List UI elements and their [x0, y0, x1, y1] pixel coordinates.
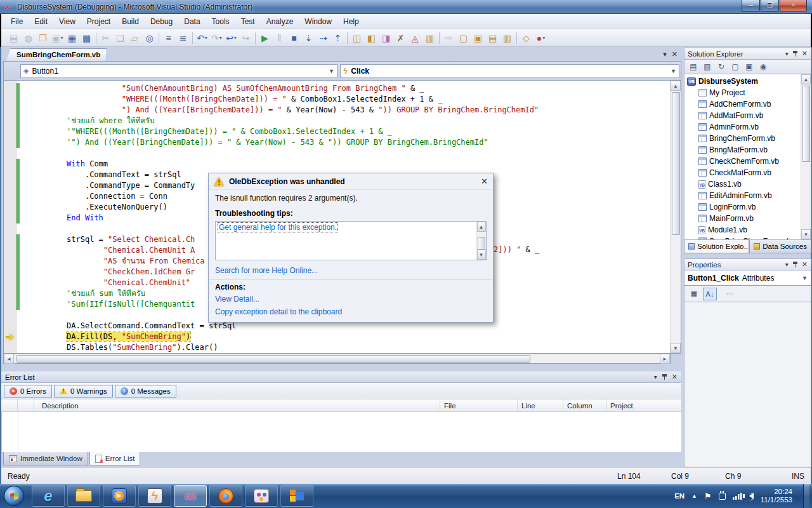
callstack-window-icon[interactable]: ▥: [500, 31, 514, 45]
view-detail-link[interactable]: View Detail...: [209, 293, 493, 305]
tree-root-project[interactable]: VBDisburseSystem: [684, 76, 811, 87]
tree-item-loginform-vb[interactable]: LoginForm.vb: [684, 201, 811, 213]
solution-explorer-icon[interactable]: ◧: [364, 31, 379, 45]
windows-explorer-icon[interactable]: [67, 485, 100, 507]
scrollbar-thumb[interactable]: [16, 355, 530, 363]
breakpoint-icon[interactable]: ●▾: [534, 31, 548, 45]
menu-edit[interactable]: Edit: [29, 15, 53, 28]
network-signal-icon[interactable]: [733, 493, 742, 500]
navigate-forward-icon[interactable]: ↪: [239, 31, 253, 45]
paste-icon[interactable]: ▱: [128, 31, 142, 45]
tree-item-adminform-vb[interactable]: AdminForm.vb: [684, 121, 811, 133]
scroll-down-icon[interactable]: ▼: [671, 343, 681, 353]
media-player-icon[interactable]: [103, 485, 136, 507]
breakpoints-window-icon[interactable]: ▢: [456, 31, 471, 45]
editor-horizontal-scrollbar[interactable]: ◄ ►: [3, 354, 671, 364]
dialog-close-icon[interactable]: ✕: [481, 177, 488, 186]
scroll-left-icon[interactable]: ◄: [4, 354, 14, 364]
redo-icon[interactable]: ↷▾: [209, 31, 224, 45]
copy-exception-link[interactable]: Copy exception detail to the clipboard: [209, 305, 493, 318]
tree-item-checkchemform-vb[interactable]: CheckChemForm.vb: [684, 156, 811, 167]
hidden-icons-chevron-icon[interactable]: ▲: [691, 493, 697, 499]
general-help-link[interactable]: Get general help for this exception.: [218, 223, 337, 232]
tree-item-addchemform-vb[interactable]: AddChemForm.vb: [684, 98, 811, 110]
scroll-up-icon[interactable]: ▲: [671, 81, 681, 91]
tree-item-mainform-vb[interactable]: MainForm.vb: [684, 213, 811, 224]
paint-icon[interactable]: [245, 485, 278, 507]
panel-menu-chevron-icon[interactable]: ▾: [785, 50, 789, 57]
find-symbol-icon[interactable]: ◫: [350, 31, 364, 45]
properties-window-icon[interactable]: ◨: [379, 31, 393, 45]
open-file-icon[interactable]: ❒: [36, 31, 50, 45]
start-button[interactable]: [4, 486, 24, 506]
scroll-up-icon[interactable]: ▲: [801, 74, 811, 84]
tree-item-addmatform-vb[interactable]: AddMatForm.vb: [684, 110, 811, 121]
pin-icon[interactable]: [793, 51, 797, 57]
tab-error-list[interactable]: Error List: [89, 452, 141, 465]
tree-item-checkmatform-vb[interactable]: CheckMatForm.vb: [684, 167, 811, 178]
tree-item-bringmatform-vb[interactable]: BringMatForm.vb: [684, 144, 811, 156]
close-button[interactable]: ×: [780, 0, 807, 12]
power-plug-icon[interactable]: [719, 493, 726, 500]
se-show-all-files-icon[interactable]: ▧: [701, 61, 714, 73]
close-document-icon[interactable]: ✕: [672, 50, 678, 58]
menu-build[interactable]: Build: [116, 15, 145, 28]
uncomment-icon[interactable]: ≌: [176, 31, 190, 45]
se-class-diagram-icon[interactable]: ◉: [757, 61, 769, 73]
se-view-designer-icon[interactable]: ▣: [743, 61, 756, 73]
winamp-icon[interactable]: ϟ: [138, 485, 171, 507]
app-squares-icon[interactable]: [280, 485, 313, 507]
scroll-down-icon[interactable]: ▼: [801, 229, 811, 239]
stop-debug-icon[interactable]: ■: [287, 31, 301, 45]
column-header-file[interactable]: File: [440, 399, 518, 411]
step-over-icon[interactable]: ⇢: [316, 31, 331, 45]
menu-data[interactable]: Data: [178, 15, 206, 28]
scrollbar-thumb[interactable]: [478, 237, 485, 250]
editor-vertical-scrollbar[interactable]: ▲ ▼: [670, 81, 681, 353]
new-project-icon[interactable]: ▤: [6, 31, 21, 45]
properties-object-dropdown[interactable]: Button1_Click Attributes ▼: [684, 271, 811, 286]
tab-solution-explorer[interactable]: Solution Explo...: [684, 240, 749, 253]
scroll-up-icon[interactable]: ▲: [477, 222, 486, 232]
objects-dropdown[interactable]: ◈ Button1 ▼: [20, 64, 337, 78]
save-all-icon[interactable]: ▩: [79, 31, 94, 45]
search-help-online-link[interactable]: Search for more Help Online...: [209, 264, 493, 277]
tab-data-sources[interactable]: Data Sources: [749, 240, 811, 253]
action-center-flag-icon[interactable]: ⚑: [704, 491, 712, 501]
tree-item-my-project[interactable]: My Project: [684, 87, 811, 98]
save-icon[interactable]: ▦: [65, 31, 79, 45]
tips-scrollbar[interactable]: ▲ ▼: [476, 222, 486, 260]
minimize-button[interactable]: ─: [742, 0, 760, 12]
close-panel-icon[interactable]: ✕: [672, 373, 678, 381]
close-panel-icon[interactable]: ✕: [802, 50, 808, 58]
tab-immediate-window[interactable]: Immediate Window: [3, 452, 88, 465]
menu-analyze[interactable]: Analyze: [261, 15, 299, 28]
filter-0-messages[interactable]: i0 Messages: [115, 385, 176, 398]
add-new-item-icon[interactable]: ▣▾: [50, 31, 65, 45]
watch-window-icon[interactable]: ▤: [485, 31, 500, 45]
menu-debug[interactable]: Debug: [145, 15, 178, 28]
error-list-window-icon[interactable]: ◬: [408, 31, 422, 45]
se-view-code-icon[interactable]: ▢: [729, 61, 742, 73]
step-into-icon[interactable]: ⇣: [301, 31, 316, 45]
scroll-down-icon[interactable]: ▼: [477, 250, 486, 260]
menu-view[interactable]: View: [53, 15, 81, 28]
show-desktop-button[interactable]: [803, 484, 809, 508]
menu-test[interactable]: Test: [235, 15, 261, 28]
find-in-files-icon[interactable]: ◎: [142, 31, 157, 45]
categorized-button[interactable]: ▦: [687, 288, 701, 300]
column-header-line[interactable]: Line: [518, 399, 563, 411]
column-header-column[interactable]: Column: [563, 399, 606, 411]
visual-studio-icon[interactable]: ∞: [174, 485, 207, 507]
maximize-button[interactable]: ❐: [761, 0, 779, 12]
memory-window-icon[interactable]: ◇: [519, 31, 534, 45]
menu-project[interactable]: Project: [81, 15, 116, 28]
locals-window-icon[interactable]: ▣: [471, 31, 485, 45]
events-dropdown[interactable]: ϟ Click ▼: [340, 64, 679, 78]
volume-icon[interactable]: [749, 493, 754, 499]
language-indicator[interactable]: EN: [674, 492, 684, 500]
pause-icon[interactable]: ‖: [272, 31, 287, 45]
clock[interactable]: 20:24 11/1/2553: [761, 488, 796, 504]
scroll-right-icon[interactable]: ►: [660, 354, 670, 364]
panel-menu-chevron-icon[interactable]: ▾: [785, 261, 789, 268]
